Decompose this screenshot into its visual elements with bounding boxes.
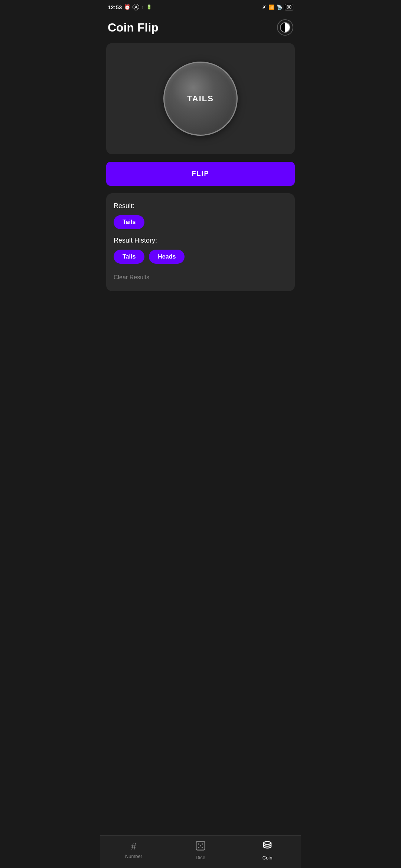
status-time: 12:53: [108, 4, 122, 10]
history-badges: Tails Heads: [114, 250, 287, 264]
nav-item-dice[interactable]: Dice: [167, 841, 234, 860]
status-bar: 12:53 ⏰ A ↑ 🔋 ✗ 📶 📡 80: [100, 0, 301, 13]
spacer: [100, 291, 301, 835]
theme-toggle-button[interactable]: [277, 19, 293, 36]
upload-icon: ↑: [141, 4, 144, 10]
nav-label-coin: Coin: [263, 855, 273, 861]
status-right-icons: ✗ 📶 📡 80: [262, 4, 293, 10]
alarm-icon: ⏰: [124, 4, 130, 10]
flip-button[interactable]: FLIP: [106, 162, 295, 186]
svg-point-3: [198, 847, 200, 848]
header: Coin Flip: [100, 13, 301, 43]
history-label: Result History:: [114, 237, 287, 244]
nav-label-number: Number: [125, 854, 142, 859]
dice-icon: [195, 841, 206, 852]
battery-status-icon: 🔋: [146, 4, 152, 10]
nav-item-number[interactable]: # Number: [100, 842, 167, 859]
svg-point-6: [264, 842, 271, 845]
nav-item-coin[interactable]: Coin: [234, 840, 301, 861]
history-badge-0: Tails: [114, 250, 144, 264]
current-result-badge: Tails: [114, 215, 144, 229]
results-card: Result: Tails Result History: Tails Head…: [106, 193, 295, 291]
clear-results-button[interactable]: Clear Results: [114, 273, 149, 282]
svg-point-1: [198, 844, 200, 845]
svg-point-2: [202, 844, 203, 845]
wifi-icon: 📡: [277, 4, 283, 10]
a-icon: A: [133, 4, 139, 10]
coin-result-text: TAILS: [187, 94, 214, 103]
bluetooth-icon: ✗: [262, 4, 266, 10]
status-left: 12:53 ⏰ A ↑ 🔋: [108, 4, 152, 10]
bottom-nav: # Number Dice Coin: [100, 835, 301, 868]
nav-label-dice: Dice: [196, 855, 205, 860]
coin-circle: TAILS: [163, 62, 238, 136]
svg-point-5: [200, 845, 201, 846]
signal-icon: 📶: [268, 4, 274, 10]
theme-icon: [280, 22, 290, 33]
coin-display-area: TAILS: [106, 43, 295, 154]
coin-stack-icon: [262, 840, 273, 853]
svg-point-4: [202, 847, 203, 848]
number-icon: #: [131, 842, 136, 851]
history-badge-1: Heads: [149, 250, 185, 264]
battery-icon: 80: [285, 4, 293, 10]
result-label: Result:: [114, 202, 287, 210]
page-title: Coin Flip: [108, 21, 159, 34]
